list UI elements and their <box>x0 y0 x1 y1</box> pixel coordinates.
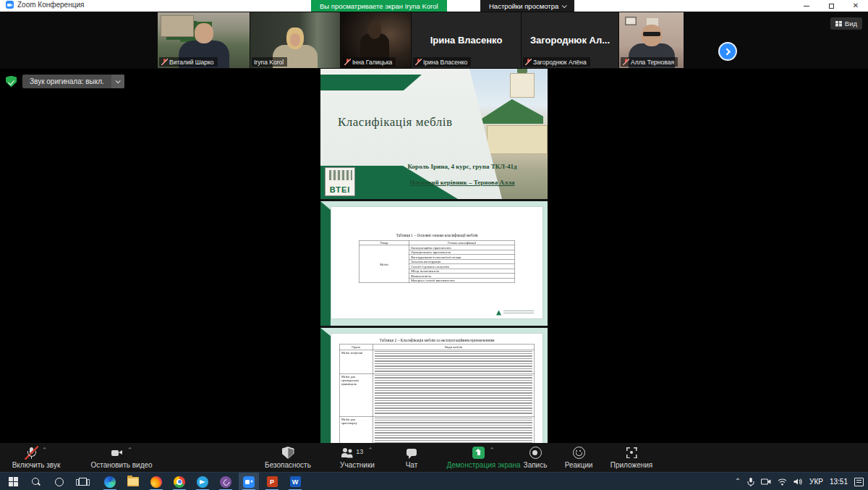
slide-page: Таблиця 2 – Класифікація меблів за експл… <box>331 334 542 443</box>
camera-icon <box>111 447 123 459</box>
record-icon <box>529 447 542 459</box>
start-button[interactable] <box>3 473 23 490</box>
participant-tile[interactable]: Ірина Власенко Ірина Власенко <box>412 12 521 68</box>
chevron-up-icon[interactable]: ⌃ <box>127 447 133 453</box>
participants-label: Участники <box>340 461 375 469</box>
system-tray: ⌃ УКР 13:51 <box>735 473 864 490</box>
participant-name-label: Виталий Шарко <box>159 57 218 67</box>
participants-icon <box>341 447 354 459</box>
unmute-button[interactable]: ⌃ Включить звук <box>3 445 69 471</box>
participant-tile[interactable]: Виталий Шарко <box>158 12 250 68</box>
participant-name: Загороднюк Алёна <box>533 59 587 66</box>
table1-product-cell: Меблі <box>359 245 409 283</box>
presentation-title-slide: Класифікація меблів Король Ірина, 4 курс… <box>320 69 548 199</box>
classification-table: Товар Ознаки класифікації Меблі Експлуат… <box>359 240 515 283</box>
tray-camera-icon[interactable] <box>761 478 771 486</box>
participant-tile[interactable]: Алла Терновая <box>619 12 684 68</box>
shield-icon <box>282 447 294 459</box>
participant-tile-active-speaker[interactable]: Iryna Korol <box>250 12 340 68</box>
chevron-right-icon <box>723 48 731 55</box>
taskbar-firefox[interactable] <box>146 473 166 490</box>
minimize-button[interactable] <box>794 0 819 12</box>
original-sound-dropdown[interactable] <box>111 75 124 88</box>
powerpoint-icon: P <box>267 476 278 487</box>
table-row-group: Меблі побутові <box>339 350 373 374</box>
viber-icon <box>220 476 231 488</box>
participant-name-label: Алла Терновая <box>621 57 678 67</box>
taskbar-word[interactable]: W <box>285 473 305 490</box>
participant-name: Алла Терновая <box>631 59 674 66</box>
taskbar-file-explorer[interactable] <box>123 473 143 490</box>
participants-button[interactable]: 13 ⌃ Участники <box>324 445 391 471</box>
mic-muted-icon <box>525 59 531 65</box>
record-button[interactable]: Запись <box>515 445 556 471</box>
taskbar-viber[interactable] <box>216 473 236 490</box>
chat-label: Чат <box>406 461 418 469</box>
apps-icon <box>626 447 638 459</box>
mic-muted-icon <box>623 59 629 65</box>
table-row-body <box>373 374 535 417</box>
participant-name-label: Загороднюк Алёна <box>523 57 590 67</box>
participant-name-label: Ірина Власенко <box>413 57 471 67</box>
apps-button[interactable]: Приложения <box>602 445 661 471</box>
table-row-body <box>373 350 535 374</box>
participant-tile[interactable]: Загороднюк Ал... Загороднюк Алёна <box>522 12 618 68</box>
next-participants-button[interactable] <box>718 42 737 61</box>
taskbar-chrome[interactable] <box>169 473 190 490</box>
taskbar-zoom[interactable] <box>239 473 259 490</box>
record-label: Запись <box>524 461 548 469</box>
task-view-icon <box>79 478 87 486</box>
maximize-button[interactable] <box>819 0 843 12</box>
green-side-band <box>320 328 331 443</box>
green-side-band <box>320 201 331 326</box>
reactions-button[interactable]: Реакции <box>557 445 600 471</box>
firefox-icon <box>150 476 162 488</box>
task-view-button[interactable] <box>72 473 93 490</box>
tray-volume-icon[interactable] <box>793 478 803 486</box>
edge-icon <box>104 476 116 488</box>
logo-building-icon <box>329 170 352 180</box>
slide-footer-logo <box>496 310 534 316</box>
language-indicator[interactable]: УКР <box>809 478 823 486</box>
security-button[interactable]: Безопасность <box>255 445 321 471</box>
logo-text: ВТЕІ <box>326 185 354 194</box>
view-options-dropdown[interactable]: Настройки просмотра <box>480 0 574 12</box>
taskbar-powerpoint[interactable]: P <box>262 473 282 490</box>
participants-count-badge: 13 <box>356 448 363 455</box>
chevron-up-icon[interactable]: ⌃ <box>489 447 495 453</box>
chevron-up-icon[interactable]: ⌃ <box>367 447 373 453</box>
participant-name: Iryna Korol <box>254 59 284 66</box>
participant-tile[interactable]: Інна Галицька <box>341 12 411 68</box>
view-options-label: Настройки просмотра <box>489 2 558 10</box>
mic-muted-icon <box>344 59 350 65</box>
cortana-button[interactable] <box>49 473 69 490</box>
chevron-up-icon[interactable]: ⌃ <box>42 447 48 453</box>
security-shield-icon <box>6 76 17 88</box>
participant-name: Виталий Шарко <box>169 59 214 66</box>
view-layout-button[interactable]: Вид <box>830 17 862 30</box>
close-button[interactable]: ✕ <box>843 0 868 12</box>
hidden-icons-chevron[interactable]: ⌃ <box>735 477 741 485</box>
cortana-icon <box>55 478 64 486</box>
taskbar-telegram[interactable] <box>192 473 213 490</box>
chat-button[interactable]: Чат <box>395 445 428 471</box>
action-center-icon[interactable] <box>854 478 864 486</box>
grid-view-icon <box>835 21 842 27</box>
unmute-label: Включить звук <box>12 461 61 469</box>
shared-screen-view: Класифікація меблів Король Ірина, 4 курс… <box>320 69 548 443</box>
window-titlebar: Zoom Конференция Вы просматриваете экран… <box>0 0 868 12</box>
participant-name-label: Інна Галицька <box>342 57 396 67</box>
shared-screen-area: Класифікація меблів Король Ірина, 4 курс… <box>0 69 868 443</box>
taskbar-edge[interactable] <box>100 473 120 490</box>
stop-video-button[interactable]: ⌃ Остановить видео <box>71 445 172 471</box>
clock[interactable]: 13:51 <box>830 478 848 486</box>
search-button[interactable] <box>26 473 46 490</box>
word-icon: W <box>290 476 301 487</box>
tray-wifi-icon[interactable] <box>778 478 787 486</box>
slide-supervisor-line: Науковий керівник – Тернова Алла <box>383 179 542 186</box>
zoom-toolbar: ⌃ Включить звук ⌃ Остановить видео Безоп… <box>0 443 868 472</box>
table2-caption: Таблиця 2 – Класифікація меблів за експл… <box>331 338 542 342</box>
original-sound-pill[interactable]: Звук оригинала: выкл. <box>22 75 124 88</box>
tray-mic-icon[interactable] <box>747 478 754 486</box>
app-title: Zoom Конференция <box>17 1 84 9</box>
